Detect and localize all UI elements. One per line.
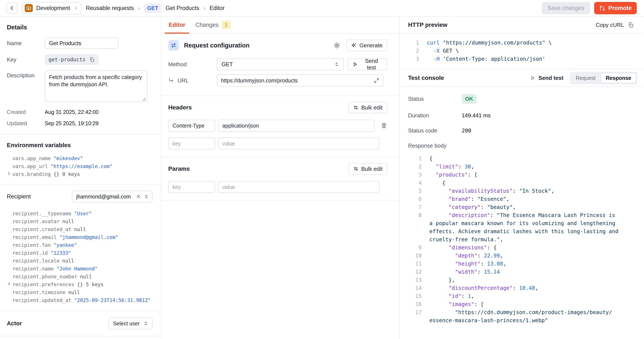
param-value-input-empty[interactable] <box>218 181 380 193</box>
code-segment: 22.99 <box>484 252 500 259</box>
recipient-select[interactable]: jhammond@gmail.com <box>72 190 152 202</box>
code-line: 6 "brand": "Essence", <box>408 195 635 203</box>
recipient-field-key: recipient.created_at <box>12 226 71 232</box>
variable-key: vars.branding <box>12 172 51 177</box>
request-response-toggle: Request Response <box>570 72 637 84</box>
code-segment: , <box>471 164 474 170</box>
description-textarea[interactable]: Fetch products from a specific category … <box>45 70 147 102</box>
code-line: 7 "category": "beauty", <box>408 203 635 211</box>
updated-label: Updated <box>7 120 45 126</box>
code-segment: -X <box>433 48 440 54</box>
name-input[interactable] <box>45 38 118 49</box>
actor-label: Actor <box>7 320 22 327</box>
code-segment: : <box>471 196 478 202</box>
tab-editor[interactable]: Editor <box>169 16 185 33</box>
recipient-field-key: recipient.locale <box>12 258 60 264</box>
code-line: 14 "discountPercentage": 10.48, <box>408 284 635 292</box>
code-segment: : [ <box>474 301 484 307</box>
breadcrumb-request-name[interactable]: Get Products <box>166 5 199 12</box>
tab-changes[interactable]: Changes 1 <box>196 16 230 33</box>
params-block: Params Bulk edit <box>162 157 399 200</box>
swap-icon <box>353 105 359 110</box>
details-sidebar: Details Name Key get-products Descriptio… <box>0 16 162 339</box>
header-value-input[interactable] <box>218 120 375 132</box>
code-segment: a popular mascara known for its volumizi… <box>429 220 615 226</box>
generate-button[interactable]: Generate <box>346 40 387 51</box>
play-icon <box>530 75 536 81</box>
code-segment <box>427 48 433 54</box>
settings-gear-icon[interactable] <box>334 42 340 49</box>
expand-icon[interactable] <box>374 78 380 84</box>
code-segment <box>429 244 448 251</box>
save-changes-button[interactable]: Save changes <box>542 2 590 14</box>
code-segment: , <box>500 236 503 242</box>
actor-select[interactable]: Select user <box>108 318 152 330</box>
code-line: 2 "limit": 30, <box>408 163 635 171</box>
sparkles-icon <box>351 42 357 48</box>
code-segment: : <box>478 252 484 259</box>
headers-bulk-edit-button[interactable]: Bulk edit <box>348 102 387 113</box>
param-key-input-empty[interactable] <box>168 181 215 193</box>
clear-icon[interactable] <box>136 194 141 199</box>
recipient-selected-value: jhammond@gmail.com <box>76 194 133 200</box>
code-segment: "products" <box>436 172 468 178</box>
chevron-up-down-icon <box>143 321 149 326</box>
actor-section: Actor Select user <box>0 311 161 336</box>
params-bulk-edit-button[interactable]: Bulk edit <box>348 163 387 174</box>
environment-variables-section: Environment variables vars.app_name"mike… <box>0 134 161 185</box>
resize-grip-icon[interactable] <box>142 97 146 101</box>
breadcrumb-page: Editor <box>210 5 225 12</box>
recipient-field-row: recipient.created_atnull <box>7 226 152 234</box>
back-button[interactable] <box>6 2 18 14</box>
trash-icon[interactable] <box>381 122 387 129</box>
description-label: Description <box>7 72 45 79</box>
test-console-body: Status OK Duration 149.441 ms Status cod… <box>400 87 643 339</box>
header-value-input-empty[interactable] <box>218 138 380 150</box>
header-key-input[interactable] <box>168 120 215 132</box>
copy-icon[interactable] <box>89 57 95 62</box>
code-line: 12 "width": 15.14 <box>408 268 635 276</box>
response-tab[interactable]: Response <box>601 72 636 84</box>
url-input[interactable] <box>217 74 383 86</box>
code-segment: "images" <box>448 301 474 307</box>
console-send-test-button[interactable]: Send test <box>530 75 563 81</box>
recipient-field-key: recipient.name <box>12 266 54 272</box>
code-segment: "description" <box>448 212 490 218</box>
chevron-left-icon <box>9 5 15 11</box>
code-line: 11 "height": 13.08, <box>408 260 635 268</box>
breadcrumb-project-chip[interactable]: Development <box>22 2 82 14</box>
tenant-section: Tenant Select tenant <box>0 336 161 339</box>
breadcrumb-section[interactable]: Reusable requests <box>86 5 134 12</box>
chevron-up-down-icon[interactable] <box>144 194 149 199</box>
method-select[interactable]: GET <box>217 58 344 70</box>
play-icon <box>352 62 358 67</box>
url-label: URL <box>178 77 189 84</box>
code-segment: "availabilityStatus" <box>448 188 512 194</box>
updated-value: Sep 25 2025, 19:10:29 <box>45 120 98 126</box>
key-label: Key <box>7 56 45 63</box>
code-segment: , <box>503 261 506 267</box>
code-segment: : <box>481 261 487 267</box>
expand-chevron-icon[interactable] <box>7 172 11 176</box>
variable-row: vars.app_name"mikesdev" <box>7 154 152 162</box>
code-segment: "discountPercentage" <box>448 285 512 291</box>
recipient-field-row: recipient.preferences{} 5 keys <box>7 281 152 288</box>
code-segment: }, <box>429 277 455 283</box>
code-segment <box>429 269 455 275</box>
send-test-button[interactable]: Send test <box>348 58 387 70</box>
code-segment: : { <box>487 244 497 251</box>
code-segment: "id" <box>448 293 461 299</box>
details-section: Details Name Key get-products Descriptio… <box>0 16 161 134</box>
expand-chevron-icon[interactable] <box>7 282 11 286</box>
http-preview-header: HTTP preview Copy cURL <box>400 16 643 34</box>
code-segment: "The Essence Mascara Lash Princess is <box>497 212 615 218</box>
promote-button[interactable]: Promote <box>594 2 637 14</box>
copy-curl-button[interactable]: Copy cURL <box>596 22 634 28</box>
code-segment <box>429 164 436 170</box>
http-preview-title: HTTP preview <box>408 22 448 28</box>
recipient-field-value: "jhammond@gmail.com" <box>60 234 118 240</box>
header-key-input-empty[interactable] <box>168 138 215 150</box>
recipient-field-value: "John Hammond" <box>56 266 98 272</box>
code-segment <box>440 56 443 62</box>
request-tab[interactable]: Request <box>570 72 600 84</box>
